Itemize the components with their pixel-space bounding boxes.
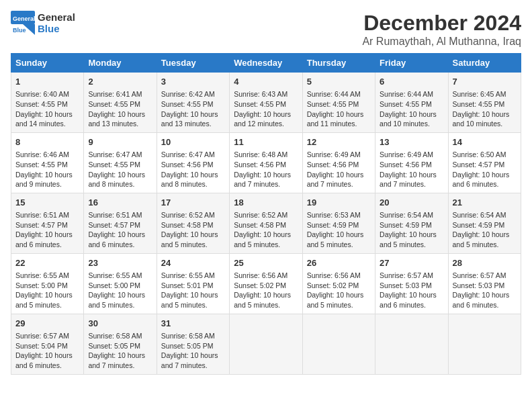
month-title: December 2024 <box>362 11 521 36</box>
day-number: 22 <box>15 257 79 269</box>
week-row-2: 8 Sunrise: 6:46 AM Sunset: 4:55 PM Dayli… <box>11 132 521 193</box>
day-number: 11 <box>234 136 298 148</box>
calendar-cell <box>375 314 448 374</box>
day-number: 7 <box>453 76 517 88</box>
week-row-1: 1 Sunrise: 6:40 AM Sunset: 4:55 PM Dayli… <box>11 73 521 133</box>
calendar-cell: 31 Sunrise: 6:58 AM Sunset: 5:05 PM Dayl… <box>157 314 229 374</box>
day-number: 9 <box>88 136 152 148</box>
calendar-cell: 25 Sunrise: 6:56 AM Sunset: 5:02 PM Dayl… <box>230 253 302 314</box>
calendar-cell: 18 Sunrise: 6:52 AM Sunset: 4:58 PM Dayl… <box>230 193 302 253</box>
day-number: 29 <box>15 318 79 330</box>
day-number: 14 <box>453 136 517 148</box>
week-row-5: 29 Sunrise: 6:57 AM Sunset: 5:04 PM Dayl… <box>11 314 521 374</box>
day-number: 3 <box>161 76 225 88</box>
day-number: 13 <box>380 136 443 148</box>
calendar-cell: 15 Sunrise: 6:51 AM Sunset: 4:57 PM Dayl… <box>11 193 84 253</box>
logo: General Blue General Blue <box>11 11 75 35</box>
svg-text:General: General <box>13 15 35 22</box>
day-number: 31 <box>161 318 225 330</box>
col-monday: Monday <box>84 54 157 73</box>
day-number: 8 <box>15 136 79 148</box>
svg-text:Blue: Blue <box>13 27 26 34</box>
day-number: 20 <box>380 197 443 209</box>
calendar-cell: 30 Sunrise: 6:58 AM Sunset: 5:05 PM Dayl… <box>84 314 157 374</box>
calendar-cell: 27 Sunrise: 6:57 AM Sunset: 5:03 PM Dayl… <box>375 253 448 314</box>
week-row-4: 22 Sunrise: 6:55 AM Sunset: 5:00 PM Dayl… <box>11 253 521 314</box>
calendar-cell: 17 Sunrise: 6:52 AM Sunset: 4:58 PM Dayl… <box>157 193 229 253</box>
calendar-cell: 11 Sunrise: 6:48 AM Sunset: 4:56 PM Dayl… <box>230 132 302 193</box>
page-header: General Blue General Blue December 2024 … <box>11 11 521 48</box>
calendar-cell: 29 Sunrise: 6:57 AM Sunset: 5:04 PM Dayl… <box>11 314 84 374</box>
calendar-table: Sunday Monday Tuesday Wednesday Thursday… <box>11 53 521 375</box>
day-number: 25 <box>234 257 298 269</box>
col-sunday: Sunday <box>11 54 84 73</box>
col-friday: Friday <box>375 54 448 73</box>
calendar-cell: 3 Sunrise: 6:42 AM Sunset: 4:55 PM Dayli… <box>157 73 229 133</box>
col-wednesday: Wednesday <box>230 54 302 73</box>
calendar-cell: 7 Sunrise: 6:45 AM Sunset: 4:55 PM Dayli… <box>448 73 521 133</box>
day-number: 24 <box>161 257 225 269</box>
col-thursday: Thursday <box>302 54 375 73</box>
week-row-3: 15 Sunrise: 6:51 AM Sunset: 4:57 PM Dayl… <box>11 193 521 253</box>
day-number: 27 <box>380 257 443 269</box>
calendar-cell: 5 Sunrise: 6:44 AM Sunset: 4:55 PM Dayli… <box>302 73 375 133</box>
day-number: 26 <box>307 257 371 269</box>
calendar-cell: 26 Sunrise: 6:56 AM Sunset: 5:02 PM Dayl… <box>302 253 375 314</box>
day-number: 28 <box>453 257 517 269</box>
calendar-cell: 4 Sunrise: 6:43 AM Sunset: 4:55 PM Dayli… <box>230 73 302 133</box>
calendar-cell: 9 Sunrise: 6:47 AM Sunset: 4:55 PM Dayli… <box>84 132 157 193</box>
col-saturday: Saturday <box>448 54 521 73</box>
col-tuesday: Tuesday <box>157 54 229 73</box>
day-number: 4 <box>234 76 298 88</box>
calendar-cell: 24 Sunrise: 6:55 AM Sunset: 5:01 PM Dayl… <box>157 253 229 314</box>
day-number: 12 <box>307 136 371 148</box>
title-area: December 2024 Ar Rumaythah, Al Muthanna,… <box>362 11 521 48</box>
calendar-cell: 1 Sunrise: 6:40 AM Sunset: 4:55 PM Dayli… <box>11 73 84 133</box>
day-number: 6 <box>380 76 443 88</box>
calendar-cell: 19 Sunrise: 6:53 AM Sunset: 4:59 PM Dayl… <box>302 193 375 253</box>
calendar-cell: 6 Sunrise: 6:44 AM Sunset: 4:55 PM Dayli… <box>375 73 448 133</box>
day-number: 5 <box>307 76 371 88</box>
calendar-cell: 28 Sunrise: 6:57 AM Sunset: 5:03 PM Dayl… <box>448 253 521 314</box>
calendar-cell <box>448 314 521 374</box>
day-number: 23 <box>88 257 152 269</box>
day-number: 17 <box>161 197 225 209</box>
header-row: Sunday Monday Tuesday Wednesday Thursday… <box>11 54 521 73</box>
calendar-cell <box>230 314 302 374</box>
day-number: 10 <box>161 136 225 148</box>
calendar-cell: 21 Sunrise: 6:54 AM Sunset: 4:59 PM Dayl… <box>448 193 521 253</box>
logo-general: General <box>38 11 75 23</box>
day-number: 21 <box>453 197 517 209</box>
calendar-cell: 23 Sunrise: 6:55 AM Sunset: 5:00 PM Dayl… <box>84 253 157 314</box>
day-number: 15 <box>15 197 79 209</box>
day-number: 30 <box>88 318 152 330</box>
calendar-cell: 12 Sunrise: 6:49 AM Sunset: 4:56 PM Dayl… <box>302 132 375 193</box>
calendar-cell: 16 Sunrise: 6:51 AM Sunset: 4:57 PM Dayl… <box>84 193 157 253</box>
day-number: 18 <box>234 197 298 209</box>
calendar-cell: 13 Sunrise: 6:49 AM Sunset: 4:56 PM Dayl… <box>375 132 448 193</box>
calendar-cell: 8 Sunrise: 6:46 AM Sunset: 4:55 PM Dayli… <box>11 132 84 193</box>
calendar-cell: 2 Sunrise: 6:41 AM Sunset: 4:55 PM Dayli… <box>84 73 157 133</box>
day-number: 19 <box>307 197 371 209</box>
calendar-cell: 14 Sunrise: 6:50 AM Sunset: 4:57 PM Dayl… <box>448 132 521 193</box>
calendar-cell: 20 Sunrise: 6:54 AM Sunset: 4:59 PM Dayl… <box>375 193 448 253</box>
calendar-cell: 10 Sunrise: 6:47 AM Sunset: 4:56 PM Dayl… <box>157 132 229 193</box>
location-title: Ar Rumaythah, Al Muthanna, Iraq <box>362 36 521 48</box>
general-blue-icon: General Blue <box>11 11 35 35</box>
day-number: 16 <box>88 197 152 209</box>
calendar-cell <box>302 314 375 374</box>
calendar-cell: 22 Sunrise: 6:55 AM Sunset: 5:00 PM Dayl… <box>11 253 84 314</box>
logo-blue: Blue <box>38 23 75 34</box>
day-number: 2 <box>88 76 152 88</box>
day-number: 1 <box>15 76 79 88</box>
